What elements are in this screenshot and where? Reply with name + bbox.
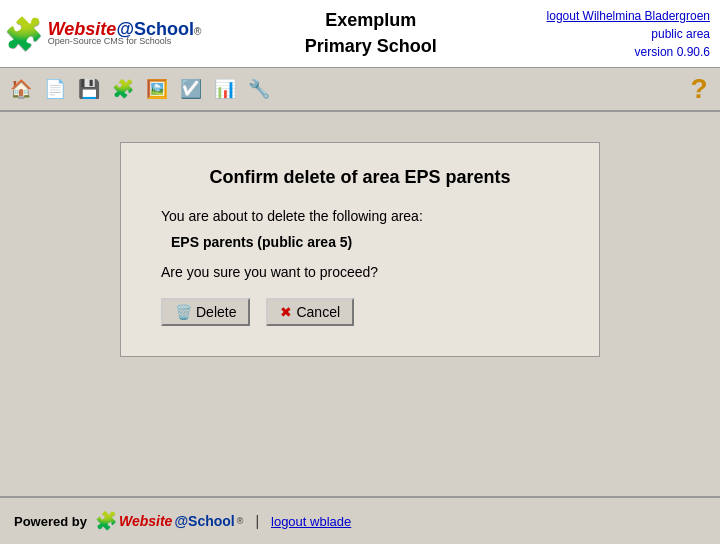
footer-logout-link[interactable]: logout wblade bbox=[271, 514, 351, 529]
footer-separator: | bbox=[255, 513, 259, 529]
area-label: public area bbox=[547, 25, 710, 43]
main-content: Confirm delete of area EPS parents You a… bbox=[0, 112, 720, 496]
home-icon[interactable]: 🏠 bbox=[6, 74, 36, 104]
stats-icon[interactable]: 📊 bbox=[210, 74, 240, 104]
footer-logo: 🧩 Website @School ® bbox=[95, 510, 243, 532]
page-icon[interactable]: 📄 bbox=[40, 74, 70, 104]
powered-by-label: Powered by bbox=[14, 514, 87, 529]
version-label: version 0.90.6 bbox=[547, 43, 710, 61]
header: 🧩 Website @School ® Open-Source CMS for … bbox=[0, 0, 720, 68]
footer-reg-mark: ® bbox=[237, 516, 244, 526]
cancel-icon: ✖ bbox=[280, 304, 292, 320]
dialog-confirm-text: Are you sure you want to proceed? bbox=[161, 264, 559, 280]
dialog-title: Confirm delete of area EPS parents bbox=[161, 167, 559, 188]
help-icon[interactable]: ? bbox=[684, 74, 714, 104]
logo-area: 🧩 Website @School ® Open-Source CMS for … bbox=[10, 15, 195, 53]
footer-puzzle-icon: 🧩 bbox=[95, 510, 117, 532]
user-info[interactable]: logout Wilhelmina Bladergroen public are… bbox=[547, 7, 710, 61]
toolbar: 🏠 📄 💾 🧩 🖼️ ☑️ 📊 🔧 ? bbox=[0, 68, 720, 112]
logo-caption: Open-Source CMS for Schools bbox=[48, 37, 172, 47]
images-icon[interactable]: 🖼️ bbox=[142, 74, 172, 104]
settings-icon[interactable]: 🔧 bbox=[244, 74, 274, 104]
delete-button[interactable]: 🗑️ Delete bbox=[161, 298, 250, 326]
toolbar-icons: 🏠 📄 💾 🧩 🖼️ ☑️ 📊 🔧 bbox=[6, 74, 684, 104]
cancel-button[interactable]: ✖ Cancel bbox=[266, 298, 354, 326]
confirm-dialog: Confirm delete of area EPS parents You a… bbox=[120, 142, 600, 357]
puzzle-pieces-icon: 🧩 bbox=[4, 15, 44, 53]
dialog-intro: You are about to delete the following ar… bbox=[161, 208, 559, 224]
delete-icon: 🗑️ bbox=[175, 304, 192, 320]
logout-link[interactable]: logout Wilhelmina Bladergroen bbox=[547, 7, 710, 25]
footer-atschool-text: @School bbox=[174, 513, 234, 529]
dialog-area-name: EPS parents (public area 5) bbox=[171, 234, 559, 250]
dialog-buttons: 🗑️ Delete ✖ Cancel bbox=[161, 298, 559, 326]
footer: Powered by 🧩 Website @School ® | logout … bbox=[0, 496, 720, 544]
save-icon[interactable]: 💾 bbox=[74, 74, 104, 104]
site-title: Exemplum Primary School bbox=[195, 8, 547, 58]
cancel-label: Cancel bbox=[296, 304, 340, 320]
delete-label: Delete bbox=[196, 304, 236, 320]
footer-website-text: Website bbox=[119, 513, 172, 529]
modules-icon[interactable]: 🧩 bbox=[108, 74, 138, 104]
checklist-icon[interactable]: ☑️ bbox=[176, 74, 206, 104]
